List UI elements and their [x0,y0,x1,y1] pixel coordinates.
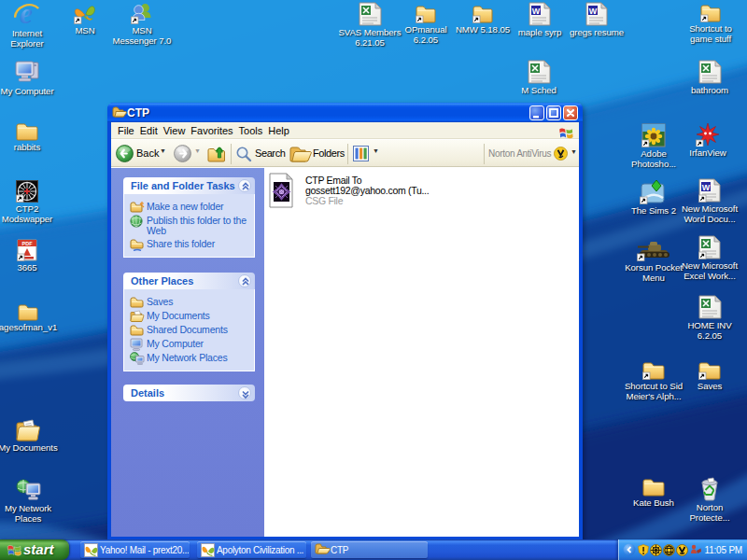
svg-text:W: W [532,7,541,16]
svg-text:W: W [702,183,711,192]
svg-text:W: W [589,7,598,16]
svg-text:PDF: PDF [22,241,34,246]
